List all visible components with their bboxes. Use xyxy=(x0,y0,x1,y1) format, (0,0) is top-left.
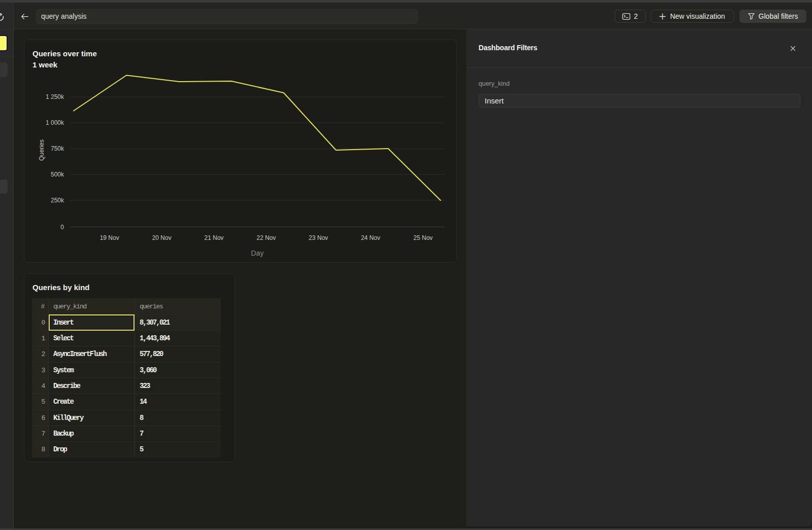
svg-text:Queries: Queries xyxy=(38,139,45,161)
svg-text:1 250k: 1 250k xyxy=(46,93,64,100)
svg-text:250k: 250k xyxy=(51,197,64,204)
svg-text:Day: Day xyxy=(251,249,264,257)
svg-text:0: 0 xyxy=(60,224,64,231)
svg-text:19 Nov: 19 Nov xyxy=(100,234,119,241)
svg-text:21 Nov: 21 Nov xyxy=(205,234,224,241)
svg-text:23 Nov: 23 Nov xyxy=(309,234,328,241)
svg-text:22 Nov: 22 Nov xyxy=(256,234,276,241)
svg-text:500k: 500k xyxy=(51,171,64,178)
svg-text:25 Nov: 25 Nov xyxy=(414,234,433,241)
svg-text:1 000k: 1 000k xyxy=(46,119,64,126)
svg-text:24 Nov: 24 Nov xyxy=(361,234,380,241)
svg-text:750k: 750k xyxy=(51,145,64,152)
svg-text:20 Nov: 20 Nov xyxy=(152,234,172,241)
